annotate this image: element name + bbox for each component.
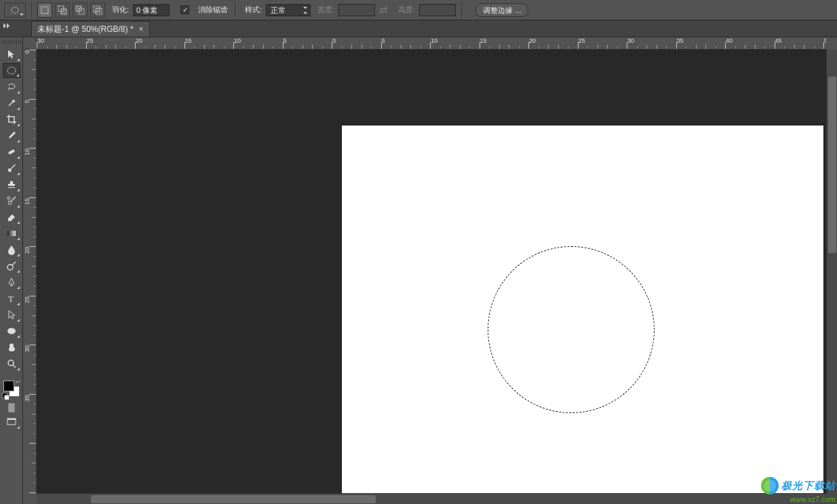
dodge-tool[interactable] [3, 258, 20, 273]
svg-point-15 [7, 328, 16, 334]
options-bar: 羽化: 0 像素 ✓ 消除锯齿 样式: 正常 宽度: 高度: 调整边缘 ... [0, 0, 837, 20]
width-input [338, 4, 375, 16]
scroll-corner [826, 493, 837, 504]
vertical-ruler[interactable]: 05101520253035 [23, 50, 37, 493]
move-icon [6, 49, 17, 60]
screen-mode-button[interactable] [3, 414, 20, 429]
standard-mode-icon [8, 403, 15, 412]
magic-wand-tool[interactable] [3, 96, 20, 111]
color-swatches[interactable]: ⤺ [2, 379, 21, 398]
eraser-icon [6, 212, 17, 222]
expand-panels-icon[interactable] [1, 22, 11, 30]
separator [235, 3, 235, 18]
gradient-tool[interactable] [3, 226, 20, 241]
type-tool[interactable]: T [3, 291, 20, 306]
close-icon[interactable]: × [139, 24, 144, 34]
hand-tool[interactable] [3, 340, 20, 355]
width-label: 宽度: [317, 5, 334, 15]
quick-mask-toggle[interactable] [3, 401, 20, 414]
gradient-icon [6, 228, 17, 239]
eyedropper-tool[interactable] [3, 128, 20, 143]
scrollbar-thumb[interactable] [91, 495, 376, 503]
selection-add-icon [58, 5, 67, 15]
wand-icon [6, 98, 17, 109]
selection-intersect-button[interactable] [90, 3, 105, 18]
document-tab-bar: 未标题-1 @ 50%(RGB/8) * × [0, 20, 837, 37]
brush-icon [6, 163, 17, 174]
height-input [419, 4, 456, 16]
magnifier-icon [6, 358, 17, 369]
svg-point-11 [7, 197, 10, 199]
swap-wh-button [378, 4, 391, 16]
swap-icon [379, 6, 390, 14]
svg-rect-3 [61, 9, 66, 14]
history-brush-tool[interactable] [3, 193, 20, 208]
canvas-viewport[interactable] [37, 50, 826, 493]
separator [31, 3, 32, 18]
scrollbar-thumb[interactable] [828, 77, 836, 253]
tool-panel: T ⤺ [0, 37, 23, 504]
height-label: 高度: [398, 5, 415, 15]
refine-edge-button[interactable]: 调整边缘 ... [475, 3, 528, 17]
style-select[interactable]: 正常 [266, 4, 311, 16]
eraser-tool[interactable] [3, 210, 20, 225]
screen-mode-icon [6, 416, 17, 427]
style-label: 样式: [245, 5, 262, 15]
selection-marquee [488, 246, 655, 413]
lasso-icon [6, 81, 17, 92]
eyedropper-icon [6, 130, 17, 141]
move-tool[interactable] [3, 47, 20, 62]
crop-icon [6, 114, 17, 125]
svg-point-13 [7, 265, 13, 270]
feather-label: 羽化: [112, 5, 129, 15]
swap-colors-icon[interactable]: ⤺ [14, 379, 21, 386]
vertical-scrollbar[interactable] [826, 50, 837, 493]
selection-subtract-icon [75, 5, 85, 15]
brush-tool[interactable] [3, 161, 20, 176]
feather-input[interactable]: 0 像素 [133, 4, 170, 16]
horizontal-ruler[interactable]: 3025201510505101520253035404550 [37, 37, 826, 50]
lasso-tool[interactable] [3, 79, 20, 94]
ellipse-marquee-icon [10, 5, 20, 15]
document-tab[interactable]: 未标题-1 @ 50%(RGB/8) * × [31, 21, 150, 37]
svg-point-0 [12, 7, 19, 13]
work-area: 3025201510505101520253035404550 05101520… [23, 37, 837, 504]
zoom-tool[interactable] [3, 356, 20, 371]
selection-subtract-button[interactable] [73, 3, 87, 18]
ruler-origin[interactable] [23, 37, 37, 50]
pen-tool[interactable] [3, 275, 20, 290]
selection-intersect-icon [93, 5, 102, 15]
svg-rect-8 [96, 8, 100, 12]
default-colors-icon[interactable] [2, 393, 7, 398]
svg-rect-1 [41, 7, 48, 14]
blur-tool[interactable] [3, 242, 20, 257]
document-tab-title: 未标题-1 @ 50%(RGB/8) * [37, 24, 134, 35]
selection-new-button[interactable] [37, 3, 52, 18]
path-selection-tool[interactable] [3, 307, 20, 322]
hand-icon [6, 342, 17, 353]
crop-tool[interactable] [3, 112, 20, 127]
droplet-icon [6, 244, 17, 255]
svg-point-16 [8, 360, 14, 366]
foreground-color-swatch[interactable] [3, 381, 14, 391]
panel-grip-icon[interactable] [2, 40, 21, 44]
svg-rect-10 [7, 149, 15, 155]
svg-rect-18 [7, 419, 16, 420]
marquee-tool[interactable] [3, 63, 20, 78]
horizontal-scrollbar[interactable] [37, 493, 826, 504]
ellipse-marquee-icon [6, 65, 17, 76]
selection-add-button[interactable] [55, 3, 70, 18]
healing-brush-tool[interactable] [3, 144, 20, 159]
bandage-icon [6, 147, 17, 157]
svg-rect-12 [7, 231, 16, 236]
antialias-label: 消除锯齿 [198, 5, 228, 15]
type-icon: T [6, 293, 17, 304]
tool-preset-picker[interactable] [4, 3, 26, 18]
selection-new-icon [40, 5, 50, 15]
svg-point-9 [7, 67, 16, 74]
separator [461, 3, 462, 18]
dodge-icon [6, 260, 17, 271]
shape-tool[interactable] [3, 324, 20, 338]
stamp-tool[interactable] [3, 177, 20, 192]
antialias-checkbox[interactable]: ✓ [180, 5, 189, 14]
